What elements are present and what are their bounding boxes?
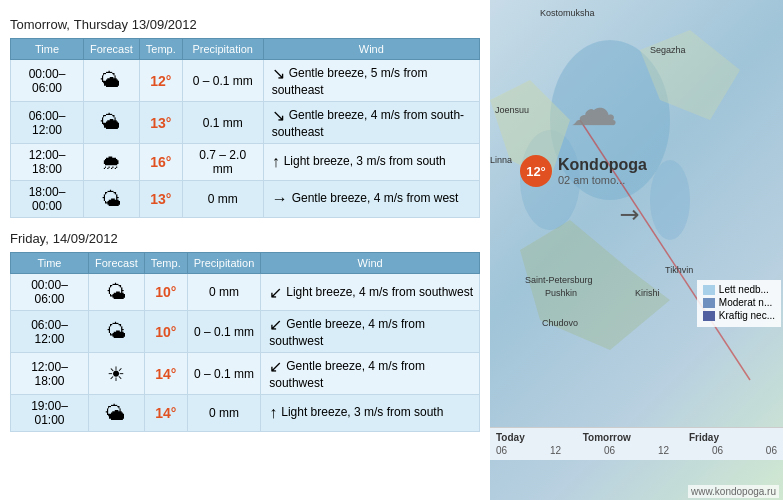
legend-item-1: Lett nedb... [703, 284, 775, 295]
table-row: 00:00–06:00 🌥 12° 0 – 0.1 mm ↘Gentle bre… [11, 60, 480, 102]
temp-cell: 13° [139, 102, 182, 144]
weather-icon: 🌧 [101, 151, 121, 173]
wind-cell: ↘Gentle breeze, 4 m/s from south-southea… [263, 102, 479, 144]
precip-cell: 0 – 0.1 mm [182, 60, 263, 102]
wind-arrow-icon: ↑ [269, 404, 277, 422]
tomorrow-table: Time Forecast Temp. Precipitation Wind 0… [10, 38, 480, 218]
time-cell: 06:00–12:00 [11, 311, 89, 353]
temp-value: 13° [150, 191, 171, 207]
table-row: 06:00–12:00 🌤 10° 0 – 0.1 mm ↙Gentle bre… [11, 311, 480, 353]
table-row: 19:00–01:00 🌥 14° 0 mm ↑Light breeze, 3 … [11, 395, 480, 432]
time-cell: 06:00–12:00 [11, 102, 84, 144]
timeline-h3: 06 [604, 445, 615, 456]
forecast-cell: 🌥 [84, 60, 140, 102]
wind-cell: ↙Gentle breeze, 4 m/s from southwest [261, 311, 480, 353]
wind-cell: ↑Light breeze, 3 m/s from south [261, 395, 480, 432]
weather-icon: 🌥 [101, 69, 121, 91]
map-label-pushkin: Pushkin [545, 288, 577, 298]
tomorrow-title: Tomorrow, Thursday 13/09/2012 [10, 16, 480, 32]
map-label-kirishi: Kirishi [635, 288, 660, 298]
map-label-stpete: Saint-Petersburg [525, 275, 593, 285]
svg-marker-3 [520, 220, 670, 350]
forecast-cell: 🌥 [84, 102, 140, 144]
temp-value: 10° [155, 284, 176, 300]
wind-cell: ↙Gentle breeze, 4 m/s from southwest [261, 353, 480, 395]
temp-value: 13° [150, 115, 171, 131]
temp-cell: 12° [139, 60, 182, 102]
time-cell: 12:00–18:00 [11, 144, 84, 181]
precip-cell: 0 mm [182, 181, 263, 218]
table-row: 00:00–06:00 🌤 10° 0 mm ↙Light breeze, 4 … [11, 274, 480, 311]
temp-value: 14° [155, 405, 176, 421]
precip-cell: 0 – 0.1 mm [187, 311, 261, 353]
tomorrow-date: Thursday 13/09/2012 [74, 17, 197, 32]
weather-icon: 🌤 [106, 281, 126, 303]
col-time-header: Time [11, 39, 84, 60]
map-label-kostomuksha: Kostomuksha [540, 8, 595, 18]
table-row: 18:00–00:00 🌤 13° 0 mm →Gentle breeze, 4… [11, 181, 480, 218]
friday-title: Friday, 14/09/2012 [10, 230, 480, 246]
friday-date: 14/09/2012 [53, 231, 118, 246]
temp-value: 16° [150, 154, 171, 170]
temp-cell: 10° [144, 274, 187, 311]
svg-point-2 [650, 160, 690, 240]
timeline-bar: Today Tomorrow Friday 06 12 06 12 06 06 [490, 427, 783, 460]
map-label-tikhvin: Tikhvin [665, 265, 693, 275]
wind-arrow-icon: ↘ [272, 64, 285, 83]
wind-cell: ↑Light breeze, 3 m/s from south [263, 144, 479, 181]
col-time-header-fri: Time [11, 253, 89, 274]
timeline-today: Today [496, 432, 525, 443]
weather-icon: 🌥 [101, 111, 121, 133]
time-cell: 18:00–00:00 [11, 181, 84, 218]
legend-color-1 [703, 285, 715, 295]
timeline-h6: 06 [766, 445, 777, 456]
timeline-h4: 12 [658, 445, 669, 456]
forecast-panel: Tomorrow, Thursday 13/09/2012 Time Forec… [0, 0, 490, 500]
wind-cell: →Gentle breeze, 4 m/s from west [263, 181, 479, 218]
weather-icon: ☀ [107, 363, 125, 385]
temp-cell: 13° [139, 181, 182, 218]
map-temp-circle: 12° [520, 155, 552, 187]
legend-color-3 [703, 311, 715, 321]
col-wind-header: Wind [263, 39, 479, 60]
weather-icon: 🌤 [101, 188, 121, 210]
tomorrow-label: Tomorrow, [10, 17, 70, 32]
friday-table: Time Forecast Temp. Precipitation Wind 0… [10, 252, 480, 432]
table-row: 12:00–18:00 ☀ 14° 0 – 0.1 mm ↙Gentle bre… [11, 353, 480, 395]
wind-arrow-icon: ↙ [269, 357, 282, 376]
col-forecast-header-fri: Forecast [88, 253, 144, 274]
forecast-cell: 🌧 [84, 144, 140, 181]
time-cell: 19:00–01:00 [11, 395, 89, 432]
map-label-joensuu: Joensuu [495, 105, 529, 115]
wind-cell: ↙Light breeze, 4 m/s from southwest [261, 274, 480, 311]
forecast-cell: 🌤 [88, 274, 144, 311]
legend-label-2: Moderat n... [719, 297, 772, 308]
table-row: 06:00–12:00 🌥 13° 0.1 mm ↘Gentle breeze,… [11, 102, 480, 144]
precip-cell: 0 mm [187, 395, 261, 432]
temp-value: 14° [155, 366, 176, 382]
map-label-segazha: Segazha [650, 45, 686, 55]
legend-item-3: Kraftig nec... [703, 310, 775, 321]
legend-label-3: Kraftig nec... [719, 310, 775, 321]
col-temp-header-fri: Temp. [144, 253, 187, 274]
temp-cell: 10° [144, 311, 187, 353]
weather-icon: 🌥 [106, 402, 126, 424]
legend-item-2: Moderat n... [703, 297, 775, 308]
map-legend: Lett nedb... Moderat n... Kraftig nec... [697, 280, 781, 327]
forecast-cell: 🌤 [84, 181, 140, 218]
map-label-chudovo: Chudovo [542, 318, 578, 328]
map-cloud-icon: ☁ [570, 80, 618, 136]
legend-color-2 [703, 298, 715, 308]
wind-arrow-icon: ↑ [272, 153, 280, 171]
col-precip-header: Precipitation [182, 39, 263, 60]
timeline-h5: 06 [712, 445, 723, 456]
table-row: 12:00–18:00 🌧 16° 0.7 – 2.0 mm ↑Light br… [11, 144, 480, 181]
friday-label: Friday, [10, 231, 49, 246]
timeline-hours: 06 12 06 12 06 06 [496, 445, 777, 456]
map-label-linna: Linna [490, 155, 512, 165]
location-pin: 12° Kondopoga 02 am tomo... [520, 155, 647, 187]
wind-arrow-icon: ↙ [269, 315, 282, 334]
col-forecast-header: Forecast [84, 39, 140, 60]
time-cell: 00:00–06:00 [11, 274, 89, 311]
forecast-cell: 🌥 [88, 395, 144, 432]
